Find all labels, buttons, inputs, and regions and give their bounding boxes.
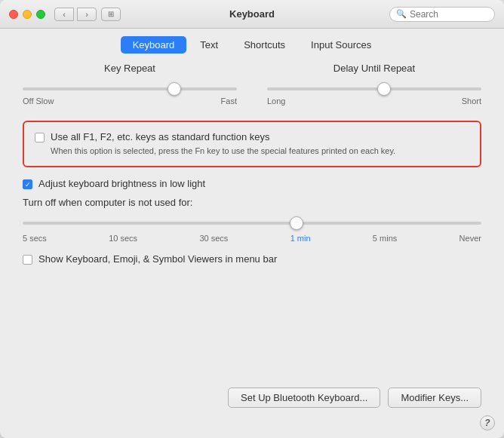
tab-input-sources[interactable]: Input Sources: [299, 36, 383, 54]
key-repeat-slider[interactable]: [23, 87, 237, 90]
brightness-checkbox[interactable]: ✓: [23, 179, 32, 189]
fn-keys-checkbox[interactable]: [35, 133, 45, 142]
help-area: ?: [0, 415, 504, 438]
delay-repeat-group: Delay Until Repeat Long Short: [267, 63, 481, 106]
tab-shortcuts[interactable]: Shortcuts: [232, 36, 297, 54]
nav-buttons: ‹ ›: [54, 8, 97, 21]
nav-back-button[interactable]: ‹: [54, 8, 74, 21]
titlebar: ‹ › ⊞ Keyboard 🔍: [0, 0, 504, 29]
turnoff-label-30secs: 30 secs: [199, 234, 228, 243]
delay-repeat-sublabels: Long Short: [267, 96, 481, 106]
delay-repeat-slider[interactable]: [267, 87, 481, 90]
key-repeat-group: Key Repeat Off Slow Fast: [23, 63, 237, 106]
show-keyboard-checkbox[interactable]: [23, 255, 32, 265]
key-repeat-right-label: Fast: [221, 96, 237, 106]
delay-repeat-right-label: Short: [462, 96, 481, 106]
turnoff-label: Turn off when computer is not used for:: [23, 197, 481, 208]
tab-keyboard[interactable]: Keyboard: [121, 36, 187, 54]
fn-keys-description: When this option is selected, press the …: [51, 145, 469, 157]
modifier-keys-button[interactable]: Modifier Keys...: [388, 387, 481, 408]
turnoff-slider[interactable]: [23, 222, 481, 225]
close-button[interactable]: [9, 10, 18, 19]
setup-bluetooth-button[interactable]: Set Up Bluetooth Keyboard...: [228, 387, 380, 408]
fn-keys-row: Use all F1, F2, etc. keys as standard fu…: [35, 131, 469, 142]
turnoff-label-5mins: 5 mins: [373, 234, 397, 243]
brightness-row: ✓ Adjust keyboard brightness in low ligh…: [23, 178, 481, 189]
key-repeat-sublabels: Off Slow Fast: [23, 96, 237, 106]
tabbar: Keyboard Text Shortcuts Input Sources: [0, 29, 504, 63]
window-title: Keyboard: [229, 8, 275, 20]
fn-keys-title: Use all F1, F2, etc. keys as standard fu…: [51, 131, 269, 142]
search-box[interactable]: 🔍: [389, 7, 495, 22]
search-icon: 🔍: [396, 9, 407, 19]
key-repeat-left-label: Off Slow: [23, 96, 54, 106]
turnoff-label-5secs: 5 secs: [23, 234, 47, 243]
show-keyboard-label: Show Keyboard, Emoji, & Symbol Viewers i…: [38, 253, 277, 265]
delay-repeat-left-label: Long: [267, 96, 285, 106]
search-input[interactable]: [410, 9, 488, 20]
nav-forward-button[interactable]: ›: [77, 8, 97, 21]
bottom-bar: Set Up Bluetooth Keyboard... Modifier Ke…: [0, 378, 504, 415]
help-button[interactable]: ?: [480, 415, 495, 430]
content-area: Key Repeat Off Slow Fast Delay Until Rep…: [0, 63, 504, 378]
grid-button[interactable]: ⊞: [101, 8, 121, 21]
turnoff-label-never: Never: [459, 234, 481, 243]
turnoff-label-10secs: 10 secs: [109, 234, 137, 243]
show-keyboard-row: Show Keyboard, Emoji, & Symbol Viewers i…: [23, 253, 481, 265]
brightness-label: Adjust keyboard brightness in low light: [38, 178, 205, 189]
sliders-row: Key Repeat Off Slow Fast Delay Until Rep…: [23, 63, 481, 106]
maximize-button[interactable]: [36, 10, 45, 19]
turnoff-label-1min: 1 min: [290, 234, 311, 243]
traffic-lights: [9, 10, 45, 19]
delay-repeat-label: Delay Until Repeat: [333, 63, 415, 74]
key-repeat-label: Key Repeat: [104, 63, 155, 74]
fn-keys-box: Use all F1, F2, etc. keys as standard fu…: [23, 121, 481, 167]
minimize-button[interactable]: [23, 10, 32, 19]
tab-text[interactable]: Text: [188, 36, 230, 54]
turnoff-sublabels: 5 secs 10 secs 30 secs 1 min 5 mins Neve…: [23, 234, 481, 243]
keyboard-window: ‹ › ⊞ Keyboard 🔍 Keyboard Text Shortcuts…: [0, 0, 504, 438]
